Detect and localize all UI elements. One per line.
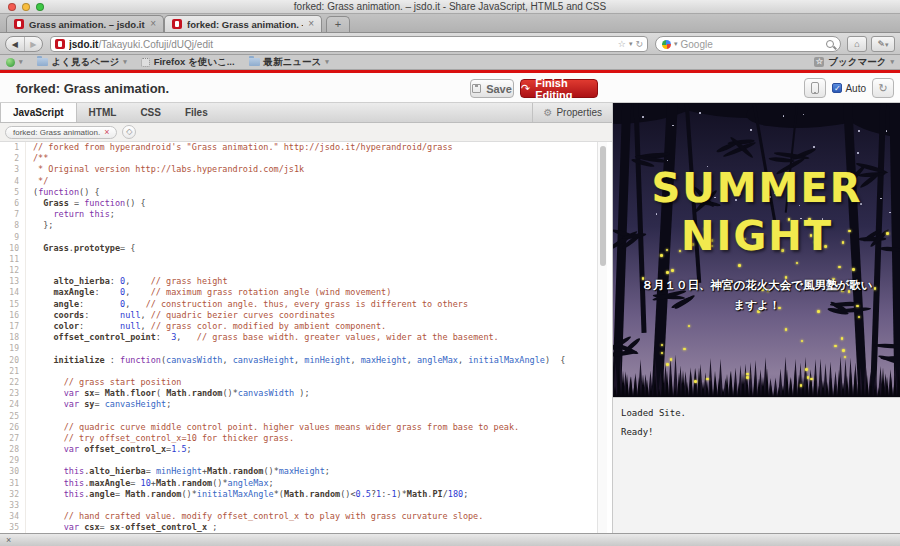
code-line[interactable]: 2/** — [0, 153, 597, 164]
code-line[interactable]: 1// forked from hyperandroid's "Grass an… — [0, 142, 597, 153]
back-button[interactable]: ◀ — [6, 37, 24, 51]
code-line[interactable]: 24 var sy= canvasHeight; — [0, 399, 597, 410]
bookmarks-menu-button[interactable]: ☆ブックマーク▾ — [814, 56, 894, 69]
code-line[interactable]: 33 — [0, 500, 597, 511]
firefly-dot — [683, 348, 686, 351]
bookmark-item-latest-news[interactable]: 最新ニュース▾ — [249, 56, 329, 69]
browser-tab-2-active[interactable]: forked: Grass animation. – jsdo.... × — [164, 15, 322, 32]
tab-files[interactable]: Files — [173, 103, 220, 122]
preview-canvas[interactable]: SUMMER NIGHT ８月１０日、神宮の花火大会で風男塾が歌い ますよ！ — [613, 103, 900, 397]
tab-label: forked: Grass animation. – jsdo.... — [187, 19, 303, 30]
code-line[interactable]: 22 // grass start position — [0, 377, 597, 388]
code-line[interactable]: 26 // quadric curve middle control point… — [0, 422, 597, 433]
pen-icon: ✎ — [877, 39, 885, 49]
project-title: forked: Grass animation. — [16, 81, 169, 96]
browser-tabstrip: Grass animation. – jsdo.it – Sha... × fo… — [0, 14, 900, 33]
line-number: 14 — [0, 287, 26, 298]
extensions-button[interactable]: ✎▾ — [871, 36, 895, 52]
close-file-icon[interactable]: × — [104, 127, 109, 137]
code-line[interactable]: 9 — [0, 232, 597, 243]
chevron-down-icon: ▾ — [325, 58, 329, 66]
open-file-pill[interactable]: forked: Grass animation. × — [5, 126, 117, 139]
chevron-down-icon[interactable]: ▾ — [674, 40, 678, 48]
code-line[interactable]: 25 — [0, 411, 597, 422]
add-file-button[interactable]: ◇ — [122, 125, 136, 139]
line-number: 32 — [0, 489, 26, 500]
auto-label: Auto — [845, 83, 866, 94]
bookmark-item-frequent[interactable]: よく見るページ▾ — [37, 56, 127, 69]
search-bar[interactable]: ▾ Google — [655, 36, 841, 52]
bookmark-star-icon[interactable]: ☆ — [618, 39, 626, 49]
auto-run-control: ✓ Auto — [832, 83, 866, 94]
star-icon: ☆ — [814, 57, 824, 67]
code-line[interactable]: 23 var sx= Math.floor( Math.random()*can… — [0, 388, 597, 399]
code-line[interactable]: 6 Grass = function() { — [0, 198, 597, 209]
mobile-preview-button[interactable] — [804, 78, 826, 98]
code-editor[interactable]: 1// forked from hyperandroid's "Grass an… — [0, 142, 597, 533]
reload-icon[interactable]: ↻ — [635, 39, 643, 49]
code-line[interactable]: 8 }; — [0, 220, 597, 231]
editor-tabbar: JavaScript HTML CSS Files ⚙ Properties — [0, 103, 612, 123]
code-line[interactable]: 19 — [0, 343, 597, 354]
tab-css[interactable]: CSS — [128, 103, 173, 122]
code-line[interactable]: 11 — [0, 254, 597, 265]
code-line[interactable]: 21 — [0, 366, 597, 377]
save-button[interactable]: Save — [470, 79, 514, 98]
code-line[interactable]: 18 offset_control_point: 3, // grass bas… — [0, 332, 597, 343]
code-line[interactable]: 14 maxAngle: 0, // maximum grass rotatio… — [0, 287, 597, 298]
code-line[interactable]: 17 color: null, // grass color. modified… — [0, 321, 597, 332]
jsdoit-favicon — [14, 19, 24, 29]
bookmark-item-firefox-help[interactable]: Firefox を使いこ... — [141, 56, 235, 69]
refresh-preview-button[interactable]: ↻ — [872, 78, 894, 98]
code-line[interactable]: 34 // hand crafted value. modify offset_… — [0, 511, 597, 522]
code-line[interactable]: 31 this.maxAngle= 10+Math.random()*angle… — [0, 478, 597, 489]
preview-pane: SUMMER NIGHT ８月１０日、神宮の花火大会で風男塾が歌い ますよ！ L… — [612, 103, 900, 533]
code-line[interactable]: 5(function() { — [0, 187, 597, 198]
refresh-icon: ↻ — [878, 82, 887, 95]
chevron-down-icon[interactable]: ▾ — [629, 40, 633, 48]
code-line[interactable]: 12 — [0, 265, 597, 276]
new-tab-button[interactable]: + — [326, 16, 350, 32]
line-number: 2 — [0, 153, 26, 164]
url-domain: jsdo.it — [69, 39, 98, 50]
scrollbar-thumb[interactable] — [600, 146, 606, 266]
code-line[interactable]: 3 * Original version http://labs.hyperan… — [0, 164, 597, 175]
search-icon[interactable] — [826, 40, 834, 48]
finish-editing-button[interactable]: ↷ Finish Editing — [520, 79, 598, 98]
editor-scrollbar[interactable] — [597, 142, 607, 533]
code-line[interactable]: 27 // try offset_control_x=10 for thicke… — [0, 433, 597, 444]
code-line[interactable]: 20 initialize : function(canvasWidth, ca… — [0, 355, 597, 366]
tab-html[interactable]: HTML — [77, 103, 129, 122]
tab-close-icon[interactable]: × — [308, 19, 314, 29]
properties-button[interactable]: ⚙ Properties — [532, 103, 612, 122]
home-button[interactable]: ⌂ — [847, 36, 867, 52]
url-bar[interactable]: jsdo.it/Takayuki.Cofuji/dUQj/edit ☆ ▾ ↻ — [50, 36, 648, 52]
code-line[interactable]: 4 */ — [0, 176, 597, 187]
line-number: 28 — [0, 444, 26, 455]
browser-tab-1[interactable]: Grass animation. – jsdo.it – Sha... × — [6, 15, 164, 32]
search-input[interactable]: Google — [681, 39, 823, 50]
tab-javascript[interactable]: JavaScript — [0, 103, 77, 122]
line-number: 4 — [0, 176, 26, 187]
code-line[interactable]: 13 alto_hierba: 0, // grass height — [0, 276, 597, 287]
bookmark-menu-globe[interactable]: ▾ — [6, 58, 23, 67]
statusbar-close-icon[interactable]: × — [6, 536, 11, 545]
code-line[interactable]: 28 var offset_control_x=1.5; — [0, 444, 597, 455]
tab-close-icon[interactable]: × — [150, 19, 156, 29]
line-number: 11 — [0, 254, 26, 265]
code-line[interactable]: 35 var csx= sx-offset_control_x ; — [0, 522, 597, 533]
line-number: 35 — [0, 522, 26, 533]
line-number: 27 — [0, 433, 26, 444]
code-line[interactable]: 29 — [0, 455, 597, 466]
star-dot — [672, 125, 674, 127]
code-line[interactable]: 15 angle: 0, // construction angle. thus… — [0, 299, 597, 310]
forward-button[interactable]: ▶ — [24, 37, 43, 51]
code-line[interactable]: 30 this.alto_hierba= minHeight+Math.rand… — [0, 466, 597, 477]
code-line[interactable]: 16 coords: null, // quadric bezier curve… — [0, 310, 597, 321]
code-line[interactable]: 10 Grass.prototype= { — [0, 243, 597, 254]
code-line[interactable]: 7 return this; — [0, 209, 597, 220]
line-number: 22 — [0, 377, 26, 388]
code-line[interactable]: 32 this.angle= Math.random()*initialMaxA… — [0, 489, 597, 500]
auto-checkbox[interactable]: ✓ — [832, 83, 842, 93]
folder-icon — [37, 58, 48, 66]
